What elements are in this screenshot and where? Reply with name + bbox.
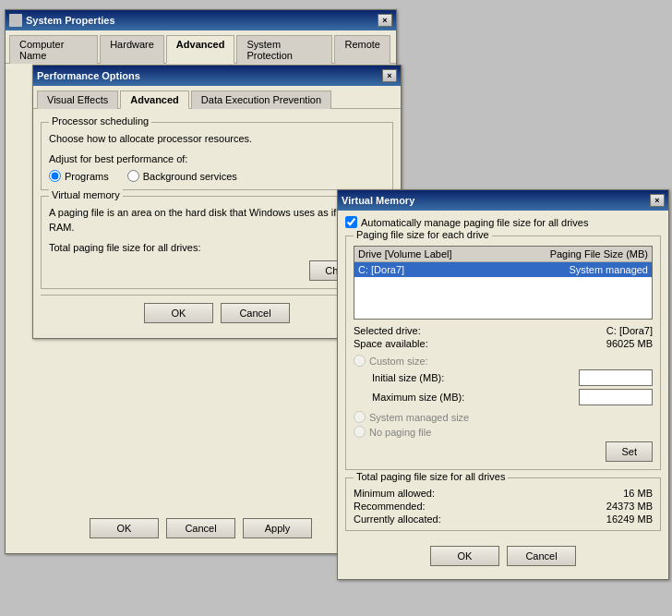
col-drive-header: Drive [Volume Label] xyxy=(358,248,478,260)
system-properties-title: System Properties xyxy=(26,15,115,26)
tab-hardware[interactable]: Hardware xyxy=(100,35,164,64)
processor-group-title: Processor scheduling xyxy=(49,115,151,127)
min-label: Minimum allowed: xyxy=(354,488,435,499)
space-label: Space available: xyxy=(354,338,428,349)
set-btn-area: Set xyxy=(354,441,653,462)
max-size-label: Maximum size (MB): xyxy=(372,392,464,403)
drive-list-header: Drive [Volume Label] Paging File Size (M… xyxy=(354,247,652,262)
space-value: 96025 MB xyxy=(606,338,653,349)
perf-ok-button[interactable]: OK xyxy=(144,303,213,323)
tab-visual-effects[interactable]: Visual Effects xyxy=(37,91,118,109)
radio-system-managed[interactable] xyxy=(354,411,366,423)
system-properties-tabs: Computer Name Hardware Advanced System P… xyxy=(6,30,396,64)
auto-manage-label: Automatically manage paging file size fo… xyxy=(361,217,588,228)
virtual-memory-window: Virtual Memory × Automatically manage pa… xyxy=(337,189,669,580)
perf-options-title-bar: Performance Options × xyxy=(33,66,401,86)
custom-size-label: Custom size: xyxy=(369,356,428,367)
radio-bg-label[interactable]: Background services xyxy=(127,170,237,182)
total-paging-group: Total paging file size for all drives Mi… xyxy=(345,477,661,531)
drive-size-c: System managed xyxy=(478,264,648,275)
system-managed-label: System managed size xyxy=(369,412,469,423)
virt-mem-content: Automatically manage paging file size fo… xyxy=(338,211,668,579)
processor-radio-group: Programs Background services xyxy=(49,170,385,182)
vm-total-label: Total paging file size for all drives: xyxy=(49,242,200,253)
drive-label-c: C: [Dora7] xyxy=(358,264,478,275)
virt-mem-title-bar: Virtual Memory × xyxy=(338,190,668,211)
curr-value: 16249 MB xyxy=(606,513,653,525)
system-properties-icon xyxy=(9,14,22,27)
cancel-button[interactable]: Cancel xyxy=(166,518,235,538)
radio-programs-label[interactable]: Programs xyxy=(49,170,109,182)
radio-custom-size[interactable] xyxy=(354,355,366,367)
selected-drive-label: Selected drive: xyxy=(354,325,421,336)
selected-drive-value: C: [Dora7] xyxy=(606,325,653,336)
tab-system-protection[interactable]: System Protection xyxy=(236,35,332,64)
tab-computer-name[interactable]: Computer Name xyxy=(9,35,98,64)
tab-advanced[interactable]: Advanced xyxy=(166,35,235,64)
initial-size-label: Initial size (MB): xyxy=(372,372,444,383)
virt-mem-cancel-button[interactable]: Cancel xyxy=(507,546,576,566)
perf-cancel-button[interactable]: Cancel xyxy=(221,303,290,323)
virt-mem-ok-button[interactable]: OK xyxy=(430,546,499,566)
drive-list: Drive [Volume Label] Paging File Size (M… xyxy=(354,246,653,320)
auto-manage-checkbox-row: Automatically manage paging file size fo… xyxy=(345,216,661,228)
tab-remote[interactable]: Remote xyxy=(334,35,390,64)
perf-options-title: Performance Options xyxy=(37,70,140,81)
vm-desc: A paging file is an area on the hard dis… xyxy=(49,206,385,235)
tab-dep[interactable]: Data Execution Prevention xyxy=(191,91,331,109)
rec-label: Recommended: xyxy=(354,501,426,512)
perf-close-button[interactable]: × xyxy=(382,69,397,82)
perf-options-tabs: Visual Effects Advanced Data Execution P… xyxy=(33,86,401,109)
rec-value: 24373 MB xyxy=(606,501,653,512)
col-size-header: Paging File Size (MB) xyxy=(478,248,648,260)
processor-scheduling-group: Processor scheduling Choose how to alloc… xyxy=(41,122,393,190)
paging-group-title: Paging file size for each drive xyxy=(354,229,492,240)
radio-background[interactable] xyxy=(127,170,139,182)
virt-mem-title: Virtual Memory xyxy=(342,195,414,206)
tab-perf-advanced[interactable]: Advanced xyxy=(120,91,189,109)
paging-group: Paging file size for each drive Drive [V… xyxy=(345,236,661,470)
close-button[interactable]: × xyxy=(378,14,392,27)
system-properties-title-bar: System Properties × xyxy=(6,10,396,30)
curr-label: Currently allocated: xyxy=(354,513,441,525)
set-button[interactable]: Set xyxy=(606,441,653,462)
total-group-title: Total paging file size for all drives xyxy=(354,471,508,482)
vm-group-title: Virtual memory xyxy=(49,189,123,200)
apply-button[interactable]: Apply xyxy=(243,518,312,538)
processor-adjust-label: Adjust for best performance of: xyxy=(49,153,385,164)
max-size-input[interactable] xyxy=(579,389,653,405)
radio-programs[interactable] xyxy=(49,170,61,182)
radio-bg-text: Background services xyxy=(143,171,237,182)
ok-button[interactable]: OK xyxy=(90,518,159,538)
drive-row-c[interactable]: C: [Dora7] System managed xyxy=(354,262,652,277)
no-paging-label: No paging file xyxy=(369,427,431,438)
processor-desc: Choose how to allocate processor resourc… xyxy=(49,132,385,146)
radio-programs-text: Programs xyxy=(65,171,109,182)
min-value: 16 MB xyxy=(623,488,653,499)
auto-manage-checkbox[interactable] xyxy=(345,216,357,228)
initial-size-input[interactable] xyxy=(579,369,653,386)
radio-no-paging[interactable] xyxy=(354,426,366,438)
virt-mem-bottom-buttons: OK Cancel xyxy=(345,538,661,574)
virt-mem-close-button[interactable]: × xyxy=(650,194,665,207)
